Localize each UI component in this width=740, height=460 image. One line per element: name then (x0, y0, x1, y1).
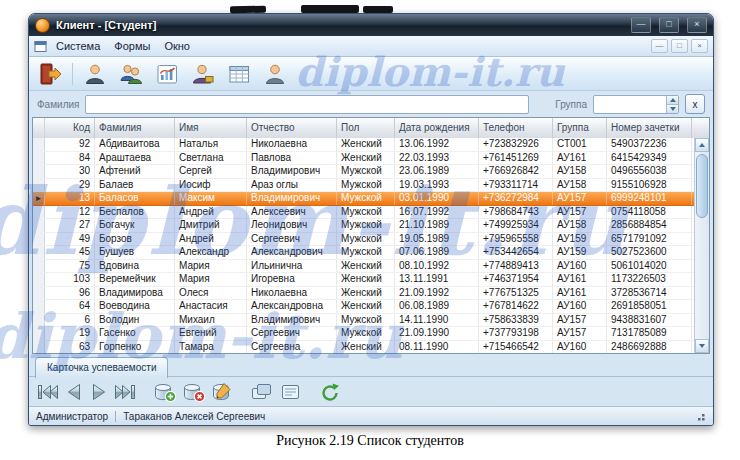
statistics-button[interactable] (152, 60, 182, 88)
table-row[interactable]: 49БорзовАндрейСергеевичМужской19.05.1989… (33, 233, 694, 247)
cell: Мужской (337, 246, 395, 259)
cell: Владимирович (247, 192, 337, 205)
cell: 75 (45, 260, 95, 273)
students-button[interactable] (80, 60, 110, 88)
column-header-4[interactable]: Пол (337, 118, 395, 138)
cell: 07.06.1989 (395, 246, 479, 259)
table-row[interactable]: 30АфтенийСергейВладимировичМужской23.06.… (33, 165, 694, 179)
cell: Анастасия (175, 300, 247, 313)
table-row[interactable]: 29БалаевИосифАраз оглыМужской19.03.1993+… (33, 179, 694, 193)
cell: Сергей (175, 165, 247, 178)
add-record-button[interactable] (151, 381, 177, 403)
table-row[interactable]: 64ВоеводинаАнастасияАлександровнаЖенский… (33, 300, 694, 314)
edit-record-icon (209, 381, 235, 403)
tables-button[interactable] (224, 60, 254, 88)
table-row[interactable]: 75ВдовинаМарияИльиничнаЖенский08.10.1992… (33, 260, 694, 274)
copy-record-icon (249, 381, 275, 403)
cell: 1173226503 (607, 273, 692, 286)
students-grid: КодФамилияИмяОтчествоПолДата рожденияТел… (32, 117, 710, 354)
tab-performance-card[interactable]: Карточка успеваемости (35, 357, 168, 378)
cell: Воеводина (95, 300, 175, 313)
table-row[interactable]: 45БушуевАлександрАлександровичМужской07.… (33, 246, 694, 260)
cell: Андрей (175, 233, 247, 246)
cell: +767814622 (479, 300, 553, 313)
group-filter-input[interactable] (593, 95, 679, 114)
scroll-up-button[interactable] (695, 138, 709, 152)
users-button[interactable] (260, 60, 290, 88)
cell: Мужской (337, 206, 395, 219)
menu-system[interactable]: Система (49, 37, 107, 55)
add-record-icon (151, 381, 177, 403)
toolbar (29, 57, 713, 91)
cell: Дмитрий (175, 219, 247, 232)
vertical-scrollbar[interactable] (694, 138, 709, 353)
surname-filter-input[interactable] (85, 95, 529, 114)
cell: +749925934 (479, 219, 553, 232)
nav-first-button[interactable] (36, 382, 60, 402)
delete-record-button[interactable] (180, 381, 206, 403)
spin-down-icon[interactable] (667, 104, 678, 113)
exit-button[interactable] (35, 60, 65, 88)
cropped-text-artifact (230, 6, 266, 14)
mdi-minimize-button[interactable]: — (651, 39, 668, 53)
groups-button[interactable] (116, 60, 146, 88)
cell: Ильинична (247, 260, 337, 273)
edit-record-button[interactable] (209, 381, 235, 403)
group-spinner[interactable] (666, 96, 678, 113)
column-header-0[interactable]: Код (45, 118, 95, 138)
minimize-button[interactable]: — (631, 17, 651, 33)
column-header-5[interactable]: Дата рождения (395, 118, 479, 138)
row-indicator (33, 314, 45, 327)
scroll-down-button[interactable] (695, 339, 709, 353)
teachers-button[interactable] (188, 60, 218, 88)
cell: Женский (337, 152, 395, 165)
spin-up-icon[interactable] (667, 96, 678, 104)
table-row[interactable]: 92АбдиваитоваНатальяНиколаевнаЖенский13.… (33, 138, 694, 152)
column-header-3[interactable]: Отчество (247, 118, 337, 138)
figure-caption: Рисунок 2.19 Список студентов (0, 433, 740, 449)
nav-next-button[interactable] (88, 382, 110, 402)
resize-grip-icon[interactable] (694, 410, 706, 422)
nav-prev-button[interactable] (63, 382, 85, 402)
table-row[interactable]: 63ГорпенкоТамараСергеевнаЖенский08.11.19… (33, 341, 694, 354)
refresh-button[interactable] (318, 381, 342, 403)
cell: 03.01.1990 (395, 192, 479, 205)
cell: 19.03.1993 (395, 179, 479, 192)
row-indicator (33, 152, 45, 165)
cell: Сергеевич (247, 327, 337, 340)
scroll-thumb[interactable] (696, 154, 708, 218)
cell: Михаил (175, 314, 247, 327)
mdi-restore-button[interactable]: □ (671, 39, 688, 53)
column-header-6[interactable]: Телефон (479, 118, 553, 138)
table-row[interactable]: 84АраштаеваСветланаПавловаЖенский22.03.1… (33, 152, 694, 166)
cell: +795965558 (479, 233, 553, 246)
copy-record-button[interactable] (249, 381, 275, 403)
clear-filter-button[interactable]: x (685, 94, 705, 114)
close-button[interactable]: × (687, 17, 707, 33)
card-view-button[interactable] (278, 381, 304, 403)
maximize-button[interactable]: □ (659, 17, 679, 33)
status-username: Тараканов Алексей Сергеевич (123, 411, 265, 422)
mdi-close-button[interactable]: × (691, 39, 708, 53)
table-row[interactable]: 96ВладимироваОлесяНиколаевнаЖенский21.09… (33, 287, 694, 301)
nav-last-button[interactable] (113, 382, 137, 402)
next-record-icon (88, 382, 110, 402)
cell: Бушуев (95, 246, 175, 259)
table-row[interactable]: 27БогачукДмитрийЛеонидовичМужской21.10.1… (33, 219, 694, 233)
column-header-7[interactable]: Группа (553, 118, 607, 138)
table-row[interactable]: 12БеспаловАндрейАлексеевичМужской16.07.1… (33, 206, 694, 220)
column-header-8[interactable]: Номер зачетки (607, 118, 692, 138)
cell: 5027523600 (607, 246, 692, 259)
first-record-icon (36, 382, 60, 402)
table-row[interactable]: 19ГасенкоЕвгенийСергеевичМужской21.09.19… (33, 327, 694, 341)
cell: Баласов (95, 192, 175, 205)
refresh-icon (318, 381, 342, 403)
cell: Николаевна (247, 287, 337, 300)
menu-window[interactable]: Окно (157, 37, 197, 55)
column-header-2[interactable]: Имя (175, 118, 247, 138)
table-row[interactable]: 6ВолодинМихаилВладимировичМужской14.11.1… (33, 314, 694, 328)
column-header-1[interactable]: Фамилия (95, 118, 175, 138)
table-row[interactable]: ►13БаласовМаксимВладимировичМужской03.01… (33, 192, 694, 206)
menu-forms[interactable]: Формы (107, 37, 157, 55)
table-row[interactable]: 103ВеремейчикМарияИгоревнаЖенский13.11.1… (33, 273, 694, 287)
